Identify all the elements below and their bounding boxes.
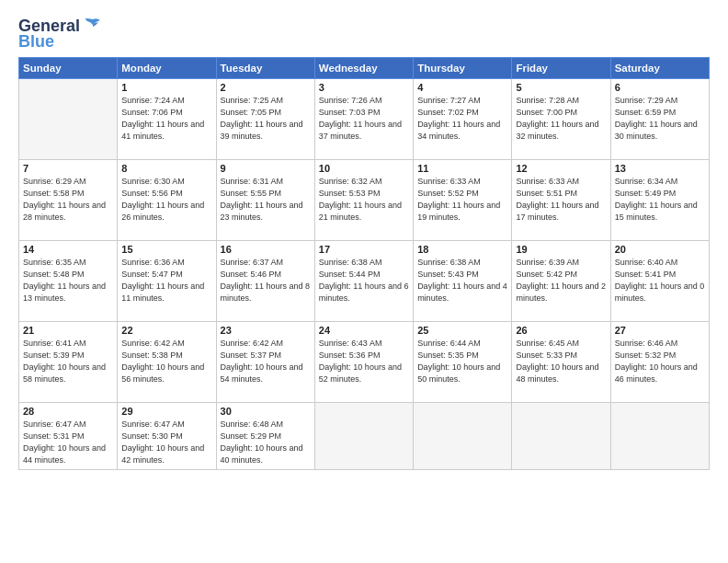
day-info: Sunrise: 7:27 AMSunset: 7:02 PMDaylight:… bbox=[417, 95, 507, 143]
day-number: 4 bbox=[417, 82, 507, 93]
day-number: 26 bbox=[516, 325, 606, 336]
day-number: 6 bbox=[615, 82, 705, 93]
calendar-cell: 25Sunrise: 6:44 AMSunset: 5:35 PMDayligh… bbox=[414, 322, 512, 403]
day-info: Sunrise: 6:32 AMSunset: 5:53 PMDaylight:… bbox=[319, 176, 409, 224]
calendar-cell: 24Sunrise: 6:43 AMSunset: 5:36 PMDayligh… bbox=[314, 322, 413, 403]
calendar-cell: 26Sunrise: 6:45 AMSunset: 5:33 PMDayligh… bbox=[512, 322, 610, 403]
week-row-1: 1Sunrise: 7:24 AMSunset: 7:06 PMDaylight… bbox=[19, 79, 710, 160]
day-info: Sunrise: 7:25 AMSunset: 7:05 PMDaylight:… bbox=[221, 95, 311, 143]
day-number: 14 bbox=[23, 244, 113, 255]
calendar-cell bbox=[314, 403, 413, 470]
logo-blue: Blue bbox=[18, 32, 54, 52]
weekday-header-saturday: Saturday bbox=[610, 58, 709, 79]
day-number: 3 bbox=[319, 82, 409, 93]
day-number: 17 bbox=[319, 244, 409, 255]
calendar-cell bbox=[610, 403, 709, 470]
day-number: 28 bbox=[23, 406, 113, 417]
calendar-cell: 21Sunrise: 6:41 AMSunset: 5:39 PMDayligh… bbox=[19, 322, 118, 403]
day-info: Sunrise: 6:34 AMSunset: 5:49 PMDaylight:… bbox=[615, 176, 705, 224]
day-info: Sunrise: 6:35 AMSunset: 5:48 PMDaylight:… bbox=[23, 257, 113, 304]
day-info: Sunrise: 6:48 AMSunset: 5:29 PMDaylight:… bbox=[221, 419, 311, 466]
calendar-cell: 29Sunrise: 6:47 AMSunset: 5:30 PMDayligh… bbox=[118, 403, 216, 470]
day-info: Sunrise: 6:33 AMSunset: 5:52 PMDaylight:… bbox=[417, 176, 507, 224]
day-info: Sunrise: 6:46 AMSunset: 5:32 PMDaylight:… bbox=[615, 338, 705, 385]
day-info: Sunrise: 6:39 AMSunset: 5:42 PMDaylight:… bbox=[516, 257, 606, 304]
day-number: 23 bbox=[221, 325, 311, 336]
calendar-cell: 11Sunrise: 6:33 AMSunset: 5:52 PMDayligh… bbox=[414, 160, 512, 241]
day-info: Sunrise: 7:29 AMSunset: 6:59 PMDaylight:… bbox=[615, 95, 705, 143]
calendar-cell: 12Sunrise: 6:33 AMSunset: 5:51 PMDayligh… bbox=[512, 160, 610, 241]
calendar-cell: 7Sunrise: 6:29 AMSunset: 5:58 PMDaylight… bbox=[19, 160, 118, 241]
day-number: 8 bbox=[121, 163, 211, 174]
day-info: Sunrise: 6:45 AMSunset: 5:33 PMDaylight:… bbox=[516, 338, 606, 385]
day-number: 22 bbox=[121, 325, 211, 336]
weekday-header-friday: Friday bbox=[512, 58, 610, 79]
day-info: Sunrise: 6:31 AMSunset: 5:55 PMDaylight:… bbox=[221, 176, 311, 224]
day-info: Sunrise: 6:47 AMSunset: 5:31 PMDaylight:… bbox=[23, 419, 113, 466]
day-number: 25 bbox=[417, 325, 507, 336]
day-number: 10 bbox=[319, 163, 409, 174]
calendar-cell: 6Sunrise: 7:29 AMSunset: 6:59 PMDaylight… bbox=[610, 79, 709, 160]
day-info: Sunrise: 6:43 AMSunset: 5:36 PMDaylight:… bbox=[319, 338, 409, 385]
day-number: 2 bbox=[221, 82, 311, 93]
day-number: 15 bbox=[121, 244, 211, 255]
calendar-cell: 28Sunrise: 6:47 AMSunset: 5:31 PMDayligh… bbox=[19, 403, 118, 470]
day-info: Sunrise: 6:44 AMSunset: 5:35 PMDaylight:… bbox=[417, 338, 507, 385]
day-number: 24 bbox=[319, 325, 409, 336]
day-info: Sunrise: 6:29 AMSunset: 5:58 PMDaylight:… bbox=[23, 176, 113, 224]
header: General Blue bbox=[18, 17, 710, 52]
calendar-cell: 5Sunrise: 7:28 AMSunset: 7:00 PMDaylight… bbox=[512, 79, 610, 160]
calendar-cell: 13Sunrise: 6:34 AMSunset: 5:49 PMDayligh… bbox=[610, 160, 709, 241]
calendar-cell: 4Sunrise: 7:27 AMSunset: 7:02 PMDaylight… bbox=[414, 79, 512, 160]
day-info: Sunrise: 7:26 AMSunset: 7:03 PMDaylight:… bbox=[319, 95, 409, 143]
week-row-3: 14Sunrise: 6:35 AMSunset: 5:48 PMDayligh… bbox=[19, 241, 710, 322]
day-number: 11 bbox=[417, 163, 507, 174]
weekday-header-row: SundayMondayTuesdayWednesdayThursdayFrid… bbox=[19, 58, 710, 79]
day-info: Sunrise: 6:33 AMSunset: 5:51 PMDaylight:… bbox=[516, 176, 606, 224]
weekday-header-wednesday: Wednesday bbox=[314, 58, 413, 79]
weekday-header-monday: Monday bbox=[118, 58, 216, 79]
day-number: 29 bbox=[121, 406, 211, 417]
day-info: Sunrise: 7:28 AMSunset: 7:00 PMDaylight:… bbox=[516, 95, 606, 143]
calendar-cell: 2Sunrise: 7:25 AMSunset: 7:05 PMDaylight… bbox=[216, 79, 314, 160]
day-info: Sunrise: 6:42 AMSunset: 5:38 PMDaylight:… bbox=[121, 338, 211, 385]
calendar-cell: 20Sunrise: 6:40 AMSunset: 5:41 PMDayligh… bbox=[610, 241, 709, 322]
weekday-header-tuesday: Tuesday bbox=[216, 58, 314, 79]
day-number: 9 bbox=[221, 163, 311, 174]
day-info: Sunrise: 6:40 AMSunset: 5:41 PMDaylight:… bbox=[615, 257, 705, 304]
day-number: 5 bbox=[516, 82, 606, 93]
logo-bird-icon bbox=[84, 17, 102, 32]
weekday-header-sunday: Sunday bbox=[19, 58, 118, 79]
page: General Blue SundayMondayTuesdayWednesda… bbox=[0, 0, 728, 563]
day-number: 13 bbox=[615, 163, 705, 174]
calendar-cell: 10Sunrise: 6:32 AMSunset: 5:53 PMDayligh… bbox=[314, 160, 413, 241]
week-row-2: 7Sunrise: 6:29 AMSunset: 5:58 PMDaylight… bbox=[19, 160, 710, 241]
day-number: 19 bbox=[516, 244, 606, 255]
day-info: Sunrise: 6:36 AMSunset: 5:47 PMDaylight:… bbox=[121, 257, 211, 304]
day-info: Sunrise: 7:24 AMSunset: 7:06 PMDaylight:… bbox=[121, 95, 211, 143]
day-number: 30 bbox=[221, 406, 311, 417]
day-number: 12 bbox=[516, 163, 606, 174]
calendar-cell: 18Sunrise: 6:38 AMSunset: 5:43 PMDayligh… bbox=[414, 241, 512, 322]
calendar-cell bbox=[414, 403, 512, 470]
calendar-cell: 3Sunrise: 7:26 AMSunset: 7:03 PMDaylight… bbox=[314, 79, 413, 160]
calendar-table: SundayMondayTuesdayWednesdayThursdayFrid… bbox=[18, 57, 710, 470]
week-row-4: 21Sunrise: 6:41 AMSunset: 5:39 PMDayligh… bbox=[19, 322, 710, 403]
day-info: Sunrise: 6:47 AMSunset: 5:30 PMDaylight:… bbox=[121, 419, 211, 466]
calendar-cell: 14Sunrise: 6:35 AMSunset: 5:48 PMDayligh… bbox=[19, 241, 118, 322]
calendar-cell: 23Sunrise: 6:42 AMSunset: 5:37 PMDayligh… bbox=[216, 322, 314, 403]
calendar-cell: 16Sunrise: 6:37 AMSunset: 5:46 PMDayligh… bbox=[216, 241, 314, 322]
calendar-cell: 19Sunrise: 6:39 AMSunset: 5:42 PMDayligh… bbox=[512, 241, 610, 322]
calendar-cell bbox=[19, 79, 118, 160]
day-number: 18 bbox=[417, 244, 507, 255]
day-info: Sunrise: 6:42 AMSunset: 5:37 PMDaylight:… bbox=[221, 338, 311, 385]
calendar-cell bbox=[512, 403, 610, 470]
day-info: Sunrise: 6:30 AMSunset: 5:56 PMDaylight:… bbox=[121, 176, 211, 224]
calendar-cell: 8Sunrise: 6:30 AMSunset: 5:56 PMDaylight… bbox=[118, 160, 216, 241]
day-number: 20 bbox=[615, 244, 705, 255]
calendar-cell: 27Sunrise: 6:46 AMSunset: 5:32 PMDayligh… bbox=[610, 322, 709, 403]
logo: General Blue bbox=[18, 17, 102, 52]
day-number: 16 bbox=[221, 244, 311, 255]
day-info: Sunrise: 6:41 AMSunset: 5:39 PMDaylight:… bbox=[23, 338, 113, 385]
calendar-cell: 15Sunrise: 6:36 AMSunset: 5:47 PMDayligh… bbox=[118, 241, 216, 322]
